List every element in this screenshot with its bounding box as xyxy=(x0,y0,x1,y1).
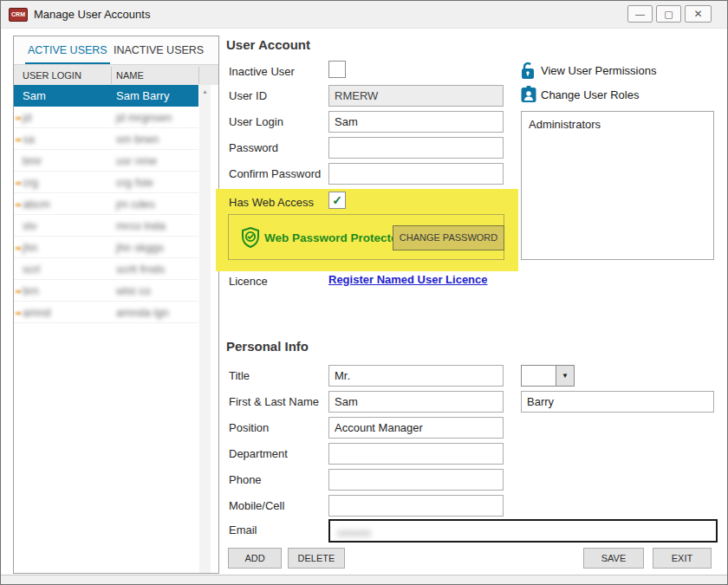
web-password-status: Web Password Protected xyxy=(264,231,405,244)
table-row[interactable]: jhnjhn skggs xyxy=(14,237,198,258)
app-icon: CRM xyxy=(9,8,28,22)
scroll-up-icon[interactable]: ▲ xyxy=(199,85,211,94)
table-row[interactable]: sasm brwn xyxy=(14,128,198,150)
user-roles-listbox[interactable]: Administrators xyxy=(521,111,714,260)
cell-name: scrlt frnds xyxy=(116,258,165,280)
user-list-tabs: ACTIVE USERS INACTIVE USERS xyxy=(14,36,218,64)
user-table-header: USER LOGIN NAME xyxy=(14,64,218,85)
user-id-label: User ID xyxy=(229,85,326,107)
title-label: Title xyxy=(229,365,326,387)
user-list-scrollbar[interactable]: ▲ xyxy=(199,85,211,573)
shield-check-icon xyxy=(241,227,260,251)
table-row[interactable]: scrlscrlt frnds xyxy=(14,258,198,280)
cell-user-login: crg xyxy=(23,172,38,193)
cell-user-login: scrl xyxy=(23,258,40,280)
lock-icon xyxy=(521,62,535,83)
first-name-field[interactable] xyxy=(328,391,504,413)
inactive-user-checkbox[interactable]: ✓ xyxy=(328,61,346,78)
maximize-button[interactable]: ▢ xyxy=(656,5,681,23)
delete-button[interactable]: DELETE xyxy=(288,548,345,569)
cell-name: jhn skggs xyxy=(116,237,164,258)
manage-user-accounts-window: CRM Manage User Accounts — ▢ ✕ ACTIVE US… xyxy=(0,0,728,585)
cell-user-login: bmr xyxy=(23,150,42,172)
check-icon: ✓ xyxy=(332,193,342,207)
change-user-roles-link[interactable]: Change User Roles xyxy=(541,88,639,101)
has-web-access-label: Has Web Access xyxy=(229,192,326,213)
cell-name: amnda lgn xyxy=(116,302,169,323)
window-title: Manage User Accounts xyxy=(34,8,150,21)
cell-name: crg fste xyxy=(116,172,153,193)
has-web-access-checkbox[interactable]: ✓ xyxy=(328,192,346,209)
cell-user-login: brn xyxy=(23,280,39,302)
first-last-name-label: First & Last Name xyxy=(229,391,326,413)
mobile-label: Mobile/Cell xyxy=(229,495,326,517)
user-account-heading: User Account xyxy=(226,37,310,52)
tab-inactive-users[interactable]: INACTIVE USERS xyxy=(111,36,206,64)
password-field[interactable] xyxy=(328,137,504,159)
change-password-button[interactable]: CHANGE PASSWORD xyxy=(393,225,504,250)
view-user-permissions-link[interactable]: View User Permissions xyxy=(541,64,656,77)
cell-user-login: Sam xyxy=(23,85,46,107)
personal-info-heading: Personal Info xyxy=(226,339,309,354)
cell-name: usr nme xyxy=(116,150,157,172)
cell-user-login: amnd xyxy=(23,302,51,323)
cell-name: mrco lnda xyxy=(116,215,166,237)
user-list-panel: ACTIVE USERS INACTIVE USERS USER LOGIN N… xyxy=(13,36,219,574)
tab-active-users[interactable]: ACTIVE USERS xyxy=(25,36,110,64)
licence-label: Licence xyxy=(229,270,326,292)
add-button[interactable]: ADD xyxy=(228,548,282,569)
position-label: Position xyxy=(229,417,326,439)
user-id-field xyxy=(328,85,504,107)
table-row[interactable]: amndamnda lgn xyxy=(14,302,198,323)
column-name: NAME xyxy=(116,65,144,86)
user-table-rows: Sam Sam Barry jdjd mrgnsen sasm brwn bmr… xyxy=(14,85,198,323)
cell-name: jm cdes xyxy=(116,193,155,215)
phone-label: Phone xyxy=(229,469,326,491)
confirm-password-label: Confirm Password xyxy=(229,163,326,185)
cell-name: sm brwn xyxy=(116,128,159,150)
password-label: Password xyxy=(229,137,326,159)
table-row[interactable]: abcmjm cdes xyxy=(14,193,198,215)
user-login-field[interactable] xyxy=(328,111,504,133)
title-bar: CRM Manage User Accounts — ▢ ✕ xyxy=(1,1,727,29)
role-list-item[interactable]: Administrators xyxy=(522,112,713,131)
table-row[interactable]: bmrusr nme xyxy=(14,150,198,172)
email-redacted-value: xxxxxx xyxy=(337,526,371,539)
table-row[interactable]: stvmrco lnda xyxy=(14,215,198,237)
table-row[interactable]: crgcrg fste xyxy=(14,172,198,193)
email-label: Email xyxy=(229,519,326,541)
inactive-user-label: Inactive User xyxy=(229,61,326,82)
cell-user-login: abcm xyxy=(23,193,50,215)
cell-name: Sam Barry xyxy=(116,85,169,107)
cell-user-login: sa xyxy=(23,128,35,150)
last-name-field[interactable] xyxy=(521,391,714,413)
user-badge-icon xyxy=(521,86,536,106)
confirm-password-field[interactable] xyxy=(328,163,504,185)
chevron-down-icon[interactable]: ▼ xyxy=(556,366,574,386)
cell-user-login: stv xyxy=(23,215,37,237)
minimize-button[interactable]: — xyxy=(627,5,653,23)
table-row[interactable]: jdjd mrgnsen xyxy=(14,107,198,128)
phone-field[interactable] xyxy=(328,469,504,491)
cell-name: wlst co xyxy=(116,280,151,302)
save-button[interactable]: SAVE xyxy=(583,548,644,569)
close-button[interactable]: ✕ xyxy=(685,5,712,23)
title-dropdown[interactable]: ▼ xyxy=(521,365,575,387)
table-row-selected[interactable]: Sam Sam Barry xyxy=(14,85,198,107)
mobile-field[interactable] xyxy=(328,495,504,517)
title-field[interactable] xyxy=(328,365,504,387)
column-user-login: USER LOGIN xyxy=(23,65,81,86)
cell-user-login: jhn xyxy=(23,237,37,258)
cell-user-login: jd xyxy=(23,107,31,128)
register-licence-link[interactable]: Register Named User Licence xyxy=(328,273,488,286)
window-footer xyxy=(1,575,727,585)
position-field[interactable] xyxy=(328,417,504,439)
cell-name: jd mrgnsen xyxy=(116,107,172,128)
email-field[interactable]: xxxxxx xyxy=(328,519,718,543)
exit-button[interactable]: EXIT xyxy=(653,548,712,569)
table-row[interactable]: brnwlst co xyxy=(14,280,198,302)
department-field[interactable] xyxy=(328,443,504,465)
user-login-label: User Login xyxy=(229,111,326,133)
column-divider xyxy=(198,67,199,84)
department-label: Department xyxy=(229,443,326,465)
